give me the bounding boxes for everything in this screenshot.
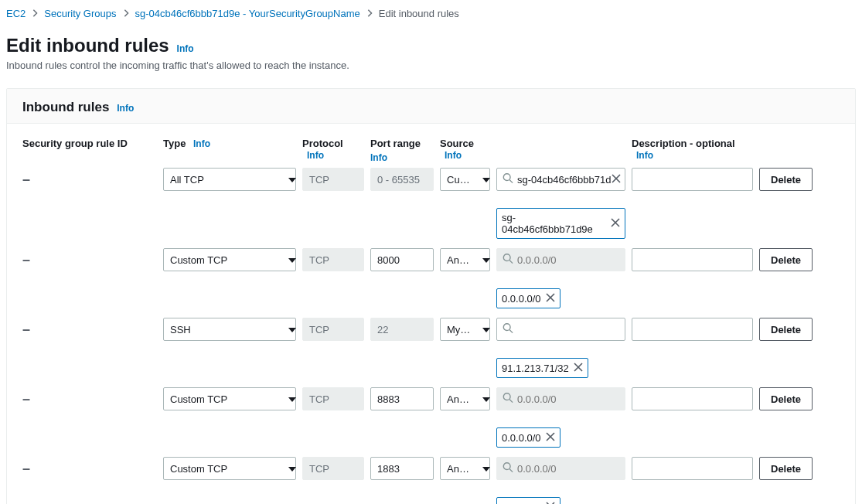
port-range-field — [370, 318, 434, 341]
protocol-field — [302, 248, 364, 271]
panel-title: Inbound rules — [22, 100, 109, 114]
info-link[interactable]: Info — [445, 150, 462, 161]
delete-button[interactable]: Delete — [759, 168, 813, 191]
description-field[interactable] — [632, 387, 753, 410]
inbound-rules-panel: Inbound rules Info Security group rule I… — [6, 88, 856, 504]
type-select[interactable]: SSH — [163, 318, 296, 341]
svg-point-10 — [503, 324, 510, 331]
rule-id-cell: – — [22, 248, 163, 271]
search-icon — [503, 462, 513, 475]
col-protocol: Protocol Info — [302, 133, 370, 165]
info-link[interactable]: Info — [307, 150, 324, 161]
source-mode-select[interactable]: Anyw... — [440, 387, 490, 410]
info-link[interactable]: Info — [370, 152, 435, 163]
source-mode-select[interactable]: My IP — [440, 318, 490, 341]
source-tag-label: 91.1.213.71/32 — [502, 363, 569, 374]
close-icon[interactable] — [612, 173, 621, 186]
protocol-field — [302, 168, 364, 191]
description-field[interactable] — [632, 457, 753, 480]
rule-id-cell: – — [22, 457, 163, 480]
svg-point-14 — [503, 393, 510, 400]
rules-body: Security group rule ID Type Info Protoco… — [7, 124, 855, 504]
source-search-input[interactable] — [496, 168, 625, 191]
source-tag-label: 0.0.0.0/0 — [502, 293, 541, 305]
protocol-field — [302, 457, 364, 480]
delete-button[interactable]: Delete — [759, 318, 813, 341]
col-port-range: Port range Info — [370, 133, 440, 168]
source-tag-label: 0.0.0.0/0 — [502, 432, 541, 444]
source-tag: sg-04cb46cf6bbb71d9e — [496, 208, 625, 239]
info-link[interactable]: Info — [636, 150, 653, 161]
page-header: Edit inbound rules Info Inbound rules co… — [0, 27, 862, 77]
source-search-input[interactable] — [496, 387, 625, 410]
table-header: Security group rule ID Type Info Protoco… — [22, 133, 840, 168]
delete-button[interactable]: Delete — [759, 248, 813, 271]
breadcrumb: EC2 Security Groups sg-04cb46cf6bbb71d9e… — [0, 0, 862, 27]
info-link[interactable]: Info — [117, 103, 134, 114]
table-row: –SSHMy IP91.1.213.71/32Delete — [22, 318, 840, 378]
svg-line-19 — [509, 469, 513, 472]
port-range-field[interactable] — [370, 457, 434, 480]
chevron-right-icon — [366, 8, 373, 19]
source-tag: 91.1.213.71/32 — [496, 358, 588, 378]
info-link[interactable]: Info — [193, 138, 210, 149]
close-icon[interactable] — [546, 501, 555, 504]
table-row: –All TCPCustomsg-04cb46cf6bbb71d9eDelete — [22, 168, 840, 239]
breadcrumb-ec2[interactable]: EC2 — [6, 8, 26, 19]
source-mode-select[interactable]: Anyw... — [440, 457, 490, 480]
svg-line-11 — [509, 330, 513, 333]
chevron-right-icon — [32, 8, 38, 19]
breadcrumb-security-groups[interactable]: Security Groups — [44, 8, 116, 19]
search-icon — [503, 393, 513, 406]
chevron-right-icon — [123, 8, 129, 19]
type-select[interactable]: Custom TCP — [163, 457, 296, 480]
rule-id-cell: – — [22, 168, 163, 191]
svg-line-1 — [509, 180, 513, 183]
svg-point-6 — [503, 254, 510, 261]
protocol-field — [302, 318, 364, 341]
source-tag: 0.0.0.0/0 — [496, 288, 560, 308]
svg-line-7 — [509, 261, 513, 264]
description-field[interactable] — [632, 318, 753, 341]
protocol-field — [302, 387, 364, 410]
source-search-input[interactable] — [496, 457, 625, 480]
rule-id-cell: – — [22, 318, 163, 341]
rule-id-cell: – — [22, 387, 163, 410]
source-search-input[interactable] — [496, 318, 625, 341]
delete-button[interactable]: Delete — [759, 457, 813, 480]
search-icon — [503, 173, 513, 186]
page-description: Inbound rules control the incoming traff… — [6, 60, 856, 71]
port-range-field[interactable] — [370, 248, 434, 271]
table-row: –Custom TCPAnyw...0.0.0.0/0Delete — [22, 387, 840, 448]
source-mode-select[interactable]: Anyw... — [440, 248, 490, 271]
source-mode-select[interactable]: Custom — [440, 168, 490, 191]
close-icon[interactable] — [546, 292, 555, 305]
info-link[interactable]: Info — [177, 43, 194, 54]
port-range-field[interactable] — [370, 387, 434, 410]
page-title: Edit inbound rules — [6, 35, 169, 56]
source-tag-label: 0.0.0.0/0 — [502, 502, 541, 505]
source-tag: 0.0.0.0/0 — [496, 427, 560, 448]
panel-header: Inbound rules Info — [7, 89, 855, 124]
source-tag: 0.0.0.0/0 — [496, 497, 560, 504]
delete-button[interactable]: Delete — [759, 387, 813, 410]
source-search-input[interactable] — [496, 248, 625, 271]
breadcrumb-sg-detail[interactable]: sg-04cb46cf6bbb71d9e - YourSecurityGroup… — [135, 8, 360, 19]
col-type: Type Info — [163, 133, 302, 154]
type-select[interactable]: Custom TCP — [163, 387, 296, 410]
close-icon[interactable] — [574, 362, 583, 374]
type-select[interactable]: Custom TCP — [163, 248, 296, 271]
col-description: Description - optional Info — [632, 133, 759, 165]
close-icon[interactable] — [611, 217, 620, 230]
close-icon[interactable] — [546, 431, 555, 444]
description-field[interactable] — [632, 248, 753, 271]
breadcrumb-current: Edit inbound rules — [379, 8, 459, 19]
svg-point-0 — [503, 174, 510, 181]
port-range-field — [370, 168, 434, 191]
type-select[interactable]: All TCP — [163, 168, 296, 191]
table-row: –Custom TCPAnyw...0.0.0.0/0Delete — [22, 457, 840, 504]
col-rule-id: Security group rule ID — [22, 133, 163, 154]
col-source: Source Info — [440, 133, 496, 165]
svg-line-15 — [509, 400, 513, 403]
description-field[interactable] — [632, 168, 753, 191]
